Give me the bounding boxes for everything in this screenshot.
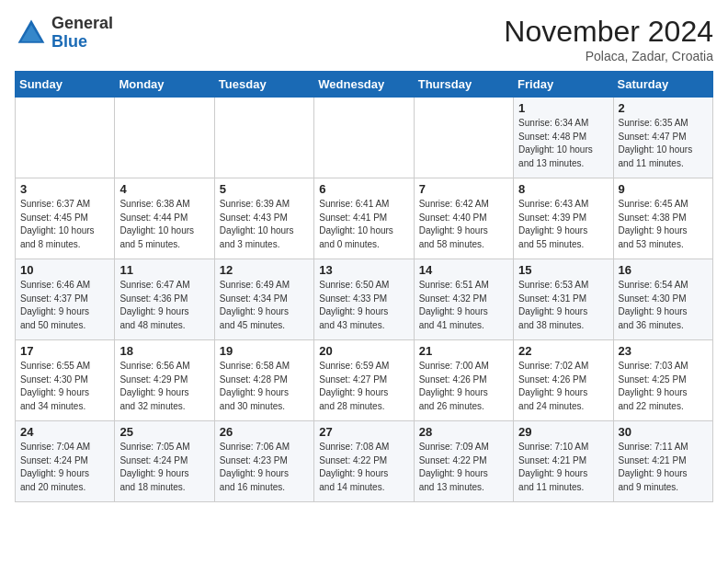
day-info: Sunrise: 6:49 AM Sunset: 4:34 PM Dayligh… xyxy=(220,279,309,332)
day-number: 4 xyxy=(119,182,209,196)
location: Polaca, Zadar, Croatia xyxy=(504,49,713,63)
day-info: Sunrise: 6:41 AM Sunset: 4:41 PM Dayligh… xyxy=(319,198,408,251)
day-number: 3 xyxy=(20,182,109,196)
day-number: 25 xyxy=(119,425,209,439)
day-info: Sunrise: 7:09 AM Sunset: 4:22 PM Dayligh… xyxy=(419,441,508,494)
calendar-cell: 3Sunrise: 6:37 AM Sunset: 4:45 PM Daylig… xyxy=(16,178,115,259)
calendar-table: SundayMondayTuesdayWednesdayThursdayFrid… xyxy=(15,71,713,502)
day-number: 2 xyxy=(619,101,708,115)
calendar-cell: 4Sunrise: 6:38 AM Sunset: 4:44 PM Daylig… xyxy=(115,178,214,259)
day-number: 30 xyxy=(619,425,708,439)
calendar-cell xyxy=(16,98,115,178)
calendar-cell: 8Sunrise: 6:43 AM Sunset: 4:39 PM Daylig… xyxy=(514,178,613,259)
calendar-cell: 17Sunrise: 6:55 AM Sunset: 4:30 PM Dayli… xyxy=(16,340,115,421)
day-info: Sunrise: 6:50 AM Sunset: 4:33 PM Dayligh… xyxy=(319,279,408,332)
day-of-week-header: Wednesday xyxy=(314,72,414,98)
title-block: November 2024 Polaca, Zadar, Croatia xyxy=(504,15,713,63)
day-info: Sunrise: 6:51 AM Sunset: 4:32 PM Dayligh… xyxy=(419,279,508,332)
day-info: Sunrise: 7:05 AM Sunset: 4:24 PM Dayligh… xyxy=(119,441,209,494)
day-number: 11 xyxy=(119,263,209,277)
day-info: Sunrise: 7:10 AM Sunset: 4:21 PM Dayligh… xyxy=(518,441,608,494)
calendar-cell: 29Sunrise: 7:10 AM Sunset: 4:21 PM Dayli… xyxy=(514,421,613,502)
day-info: Sunrise: 7:08 AM Sunset: 4:22 PM Dayligh… xyxy=(319,441,408,494)
day-number: 17 xyxy=(20,344,109,358)
day-number: 27 xyxy=(319,425,408,439)
day-info: Sunrise: 6:46 AM Sunset: 4:37 PM Dayligh… xyxy=(20,279,109,332)
day-info: Sunrise: 6:35 AM Sunset: 4:47 PM Dayligh… xyxy=(619,117,708,170)
day-number: 19 xyxy=(220,344,309,358)
day-of-week-header: Monday xyxy=(115,72,214,98)
day-number: 21 xyxy=(419,344,508,358)
day-info: Sunrise: 6:56 AM Sunset: 4:29 PM Dayligh… xyxy=(119,360,209,413)
calendar-header-row: SundayMondayTuesdayWednesdayThursdayFrid… xyxy=(16,72,713,98)
page-header: General Blue November 2024 Polaca, Zadar… xyxy=(15,15,713,63)
day-number: 8 xyxy=(518,182,608,196)
logo-icon xyxy=(15,17,48,50)
calendar-cell: 13Sunrise: 6:50 AM Sunset: 4:33 PM Dayli… xyxy=(314,259,414,340)
day-number: 5 xyxy=(220,182,309,196)
calendar-cell: 2Sunrise: 6:35 AM Sunset: 4:47 PM Daylig… xyxy=(613,98,712,178)
day-number: 18 xyxy=(119,344,209,358)
calendar-cell xyxy=(214,98,313,178)
day-number: 20 xyxy=(319,344,408,358)
calendar-cell: 20Sunrise: 6:59 AM Sunset: 4:27 PM Dayli… xyxy=(314,340,414,421)
day-info: Sunrise: 6:47 AM Sunset: 4:36 PM Dayligh… xyxy=(119,279,209,332)
day-info: Sunrise: 6:37 AM Sunset: 4:45 PM Dayligh… xyxy=(20,198,109,251)
calendar-cell: 14Sunrise: 6:51 AM Sunset: 4:32 PM Dayli… xyxy=(414,259,513,340)
month-title: November 2024 xyxy=(504,15,713,49)
day-info: Sunrise: 6:53 AM Sunset: 4:31 PM Dayligh… xyxy=(518,279,608,332)
day-info: Sunrise: 6:55 AM Sunset: 4:30 PM Dayligh… xyxy=(20,360,109,413)
calendar-week-row: 1Sunrise: 6:34 AM Sunset: 4:48 PM Daylig… xyxy=(16,98,713,178)
day-number: 10 xyxy=(20,263,109,277)
day-number: 1 xyxy=(518,101,608,115)
day-number: 12 xyxy=(220,263,309,277)
day-number: 14 xyxy=(419,263,508,277)
calendar-cell: 24Sunrise: 7:04 AM Sunset: 4:24 PM Dayli… xyxy=(16,421,115,502)
calendar-cell: 21Sunrise: 7:00 AM Sunset: 4:26 PM Dayli… xyxy=(414,340,513,421)
calendar-cell: 23Sunrise: 7:03 AM Sunset: 4:25 PM Dayli… xyxy=(613,340,712,421)
day-of-week-header: Thursday xyxy=(414,72,513,98)
calendar-cell: 28Sunrise: 7:09 AM Sunset: 4:22 PM Dayli… xyxy=(414,421,513,502)
day-number: 16 xyxy=(619,263,708,277)
logo-general-text: General xyxy=(51,14,113,32)
day-of-week-header: Sunday xyxy=(16,72,115,98)
day-info: Sunrise: 7:00 AM Sunset: 4:26 PM Dayligh… xyxy=(419,360,508,413)
day-info: Sunrise: 6:42 AM Sunset: 4:40 PM Dayligh… xyxy=(419,198,508,251)
day-info: Sunrise: 7:02 AM Sunset: 4:26 PM Dayligh… xyxy=(518,360,608,413)
calendar-cell xyxy=(314,98,414,178)
calendar-cell: 26Sunrise: 7:06 AM Sunset: 4:23 PM Dayli… xyxy=(214,421,313,502)
day-number: 22 xyxy=(518,344,608,358)
day-info: Sunrise: 6:59 AM Sunset: 4:27 PM Dayligh… xyxy=(319,360,408,413)
calendar-cell: 10Sunrise: 6:46 AM Sunset: 4:37 PM Dayli… xyxy=(16,259,115,340)
calendar-cell: 5Sunrise: 6:39 AM Sunset: 4:43 PM Daylig… xyxy=(214,178,313,259)
calendar-week-row: 17Sunrise: 6:55 AM Sunset: 4:30 PM Dayli… xyxy=(16,340,713,421)
calendar-cell: 15Sunrise: 6:53 AM Sunset: 4:31 PM Dayli… xyxy=(514,259,613,340)
day-number: 24 xyxy=(20,425,109,439)
calendar-cell: 7Sunrise: 6:42 AM Sunset: 4:40 PM Daylig… xyxy=(414,178,513,259)
calendar-week-row: 10Sunrise: 6:46 AM Sunset: 4:37 PM Dayli… xyxy=(16,259,713,340)
calendar-week-row: 24Sunrise: 7:04 AM Sunset: 4:24 PM Dayli… xyxy=(16,421,713,502)
day-info: Sunrise: 6:38 AM Sunset: 4:44 PM Dayligh… xyxy=(119,198,209,251)
day-number: 28 xyxy=(419,425,508,439)
calendar-cell: 16Sunrise: 6:54 AM Sunset: 4:30 PM Dayli… xyxy=(613,259,712,340)
day-number: 29 xyxy=(518,425,608,439)
day-of-week-header: Friday xyxy=(514,72,613,98)
calendar-cell: 25Sunrise: 7:05 AM Sunset: 4:24 PM Dayli… xyxy=(115,421,214,502)
day-info: Sunrise: 6:34 AM Sunset: 4:48 PM Dayligh… xyxy=(518,117,608,170)
day-number: 13 xyxy=(319,263,408,277)
day-number: 26 xyxy=(220,425,309,439)
calendar-cell: 19Sunrise: 6:58 AM Sunset: 4:28 PM Dayli… xyxy=(214,340,313,421)
day-number: 15 xyxy=(518,263,608,277)
day-info: Sunrise: 6:58 AM Sunset: 4:28 PM Dayligh… xyxy=(220,360,309,413)
day-of-week-header: Saturday xyxy=(613,72,712,98)
day-of-week-header: Tuesday xyxy=(214,72,313,98)
day-number: 6 xyxy=(319,182,408,196)
calendar-body: 1Sunrise: 6:34 AM Sunset: 4:48 PM Daylig… xyxy=(16,98,713,502)
logo: General Blue xyxy=(15,15,113,52)
calendar-cell: 22Sunrise: 7:02 AM Sunset: 4:26 PM Dayli… xyxy=(514,340,613,421)
logo-blue-text: Blue xyxy=(51,32,87,51)
calendar-cell: 11Sunrise: 6:47 AM Sunset: 4:36 PM Dayli… xyxy=(115,259,214,340)
day-info: Sunrise: 7:11 AM Sunset: 4:21 PM Dayligh… xyxy=(619,441,708,494)
day-info: Sunrise: 6:54 AM Sunset: 4:30 PM Dayligh… xyxy=(619,279,708,332)
day-info: Sunrise: 7:06 AM Sunset: 4:23 PM Dayligh… xyxy=(220,441,309,494)
